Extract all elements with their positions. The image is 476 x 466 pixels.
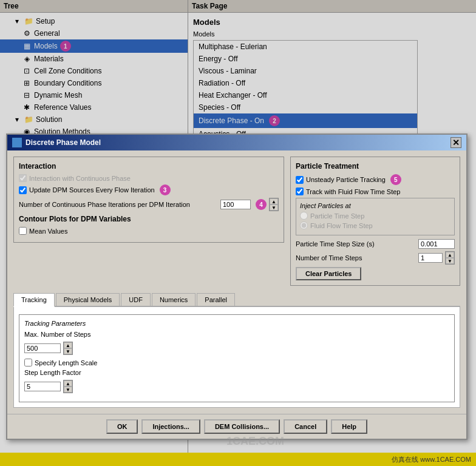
unsteady-tracking-badge: 5 — [390, 174, 401, 185]
particle-treatment-title: Particle Treatment — [296, 162, 455, 171]
modal-icon — [12, 138, 22, 147]
tabs-section: Tracking Physical Models UDF Numerics Pa… — [13, 293, 460, 408]
max-steps-up[interactable]: ▲ — [64, 342, 72, 348]
num-time-steps-input[interactable] — [418, 253, 443, 263]
interaction-continuous-checkbox[interactable] — [19, 174, 27, 182]
max-steps-row: Max. Number of Steps — [24, 331, 449, 338]
num-time-steps-row: Number of Time Steps ▲ ▼ — [296, 251, 455, 265]
interaction-title: Interaction — [19, 162, 279, 171]
interaction-section: Interaction Interaction with Continuous … — [13, 157, 284, 286]
update-dpm-label: Update DPM Sources Every Flow Iteration — [29, 186, 155, 194]
step-length-down[interactable]: ▼ — [64, 387, 72, 393]
num-steps-down[interactable]: ▼ — [446, 258, 454, 264]
update-dpm-badge: 3 — [160, 184, 171, 195]
specify-length-checkbox[interactable] — [24, 359, 32, 366]
step-length-spinner[interactable]: ▲ ▼ — [63, 380, 73, 393]
max-steps-input-row: ▲ ▼ — [24, 342, 449, 355]
tab-parallel[interactable]: Parallel — [197, 293, 235, 306]
num-time-steps-label: Number of Time Steps — [296, 254, 416, 262]
interaction-continuous-label: Interaction with Continuous Phase — [29, 175, 131, 182]
modal-body: Interaction Interaction with Continuous … — [7, 150, 466, 414]
mean-values-label: Mean Values — [29, 228, 67, 235]
step-length-up[interactable]: ▲ — [64, 380, 72, 387]
track-fluid-checkbox[interactable] — [296, 187, 304, 195]
tracking-parameters-box: Tracking Parameters Max. Number of Steps… — [19, 314, 455, 402]
max-steps-spinner[interactable]: ▲ ▼ — [63, 342, 73, 355]
bottom-logo-text: 仿真在线 www.1CAE.COM — [392, 455, 471, 464]
tab-udf[interactable]: UDF — [121, 293, 151, 306]
unsteady-tracking-label: Unsteady Particle Tracking — [306, 176, 386, 183]
fluid-flow-time-step-row: Fluid Flow Time Step — [300, 221, 450, 229]
cancel-button[interactable]: Cancel — [284, 419, 327, 434]
max-steps-input[interactable] — [24, 343, 61, 353]
unsteady-tracking-checkbox[interactable] — [296, 176, 304, 184]
interaction-box: Interaction Interaction with Continuous … — [13, 157, 284, 243]
inject-particles-box: Inject Particles at Particle Time Step F… — [296, 198, 455, 235]
modal-close-button[interactable]: ✕ — [450, 137, 461, 148]
fluid-time-step-label: Fluid Flow Time Step — [310, 222, 373, 229]
time-step-size-input[interactable] — [418, 239, 455, 249]
dem-collisions-button[interactable]: DEM Collisions... — [204, 419, 280, 434]
time-step-size-label: Particle Time Step Size (s) — [296, 240, 416, 248]
particle-time-step-label: Particle Time Step — [310, 212, 364, 220]
help-button[interactable]: Help — [331, 419, 367, 434]
flow-iterations-input[interactable] — [220, 200, 251, 209]
modal-top-section: Interaction Interaction with Continuous … — [13, 157, 460, 286]
flow-iterations-spinner[interactable]: ▲ ▼ — [269, 198, 279, 211]
track-fluid-row: Track with Fluid Flow Time Step — [296, 187, 455, 195]
modal-titlebar: Discrete Phase Model ✕ — [7, 135, 466, 150]
tracking-tab-content: Tracking Parameters Max. Number of Steps… — [13, 307, 460, 408]
clear-particles-button[interactable]: Clear Particles — [296, 267, 361, 280]
update-dpm-checkbox[interactable] — [19, 186, 27, 194]
tabs-row: Tracking Physical Models UDF Numerics Pa… — [13, 293, 460, 307]
spinner-down[interactable]: ▼ — [270, 204, 278, 211]
flow-iterations-badge: 4 — [256, 199, 267, 210]
update-dpm-row: Update DPM Sources Every Flow Iteration … — [19, 184, 279, 195]
flow-iterations-row: Number of Continuous Phase Iterations pe… — [19, 198, 279, 211]
step-length-input-row: ▲ ▼ — [24, 380, 449, 393]
track-fluid-label: Track with Fluid Flow Time Step — [306, 188, 400, 195]
contour-title: Contour Plots for DPM Variables — [19, 215, 279, 223]
unsteady-tracking-row: Unsteady Particle Tracking 5 — [296, 174, 455, 185]
tracking-parameters-title: Tracking Parameters — [24, 320, 449, 327]
particle-treatment-box: Particle Treatment Unsteady Particle Tra… — [290, 157, 460, 286]
max-steps-label: Max. Number of Steps — [24, 331, 449, 338]
time-step-size-row: Particle Time Step Size (s) — [296, 239, 455, 249]
specify-length-row: Specify Length Scale — [24, 359, 449, 366]
step-length-row: Step Length Factor — [24, 369, 449, 376]
specify-length-label: Specify Length Scale — [35, 359, 97, 366]
particle-time-step-radio[interactable] — [300, 212, 308, 220]
discrete-phase-modal: Discrete Phase Model ✕ Interaction Inter… — [6, 133, 467, 440]
num-steps-up[interactable]: ▲ — [446, 252, 454, 258]
ok-button[interactable]: OK — [106, 419, 138, 434]
step-length-label: Step Length Factor — [24, 369, 449, 376]
flow-iterations-label: Number of Continuous Phase Iterations pe… — [19, 201, 218, 208]
mean-values-row: Mean Values — [19, 227, 279, 235]
spinner-up[interactable]: ▲ — [270, 198, 278, 204]
modal-title: Discrete Phase Model — [25, 138, 101, 147]
modal-overlay: Discrete Phase Model ✕ Interaction Inter… — [0, 0, 476, 466]
step-length-input[interactable] — [24, 382, 61, 391]
particle-treatment-section: Particle Treatment Unsteady Particle Tra… — [290, 157, 460, 286]
tab-physical-models[interactable]: Physical Models — [56, 293, 120, 306]
mean-values-checkbox[interactable] — [19, 227, 27, 235]
num-steps-spinner[interactable]: ▲ ▼ — [445, 251, 455, 265]
bottom-logo: 仿真在线 www.1CAE.COM — [0, 453, 476, 466]
inject-particles-title: Inject Particles at — [300, 202, 450, 209]
interaction-continuous-row: Interaction with Continuous Phase — [19, 174, 279, 182]
fluid-time-step-radio[interactable] — [300, 221, 308, 229]
tab-numerics[interactable]: Numerics — [152, 293, 195, 306]
modal-footer: OK Injections... DEM Collisions... Cance… — [7, 414, 466, 439]
particle-time-step-row: Particle Time Step — [300, 212, 450, 220]
injections-button[interactable]: Injections... — [141, 419, 200, 434]
max-steps-down[interactable]: ▼ — [64, 348, 72, 354]
tab-tracking[interactable]: Tracking — [13, 293, 55, 307]
